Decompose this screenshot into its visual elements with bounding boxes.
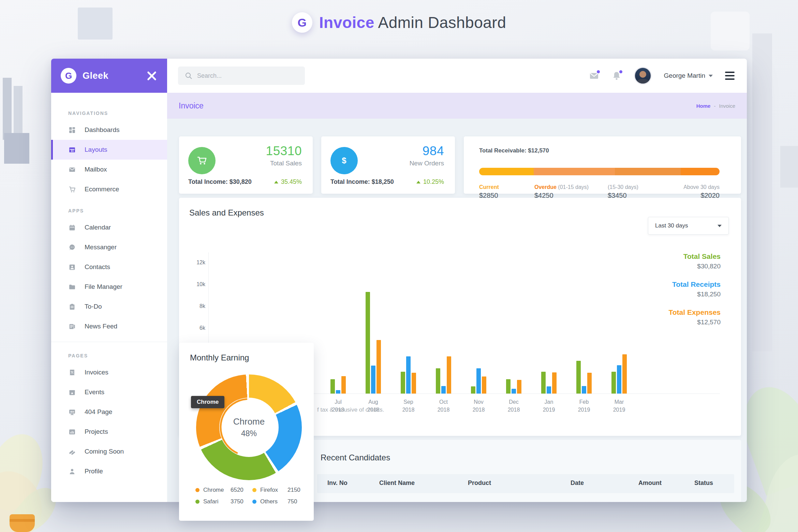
sidebar-item-file-manager[interactable]: File Manager: [51, 277, 167, 297]
avatar-head: [639, 71, 646, 78]
x-axis-label: Sep2018: [395, 398, 422, 414]
y-axis-tick: 8k: [185, 303, 205, 309]
table-column-header[interactable]: Status: [694, 479, 713, 487]
sidebar-item-profile[interactable]: Profile: [51, 461, 167, 481]
search-box[interactable]: [178, 66, 305, 85]
sidebar-item-messanger[interactable]: Messanger: [51, 237, 167, 257]
bar-total-sales[interactable]: [366, 292, 370, 394]
bar-group-jan-2019[interactable]: [541, 372, 557, 394]
bar-total-receipts[interactable]: [371, 366, 375, 394]
bar-total-expenses[interactable]: [482, 376, 486, 394]
bar-total-expenses[interactable]: [517, 380, 521, 394]
page-title-accent: Invoice: [319, 14, 374, 31]
sidebar-header: G Gleek: [51, 59, 167, 93]
bar-total-receipts[interactable]: [582, 386, 586, 394]
bar-group-sep-2018[interactable]: [401, 356, 416, 394]
messages-button[interactable]: [589, 71, 599, 81]
receivable-segment: [681, 168, 720, 175]
sidebar-item-calendar[interactable]: Calendar: [51, 218, 167, 237]
table-column-header[interactable]: Inv. No: [327, 479, 348, 487]
bar-total-sales[interactable]: [471, 386, 475, 394]
receivable-title: Total Receivable: $12,570: [479, 147, 549, 154]
bar-group-mar-2019[interactable]: [611, 354, 627, 394]
x-axis-label: Dec2018: [500, 398, 528, 414]
bar-total-receipts[interactable]: [512, 389, 516, 394]
chevron-down-icon: [709, 75, 713, 77]
sidebar-item-label: Profile: [85, 468, 103, 475]
sidebar-item-news-feed[interactable]: News Feed: [51, 316, 167, 336]
bar-total-sales[interactable]: [576, 361, 581, 394]
legend-dot-icon: [252, 488, 256, 492]
search-input[interactable]: [197, 72, 298, 79]
x-axis-label: Nov2018: [465, 398, 492, 414]
table-column-header[interactable]: Date: [571, 479, 584, 487]
bar-total-sales[interactable]: [330, 379, 335, 394]
stat-trend: 35.45%: [274, 178, 302, 186]
bar-total-sales[interactable]: [506, 379, 511, 394]
bar-total-sales[interactable]: [401, 372, 405, 394]
bar-group-nov-2018[interactable]: [471, 368, 486, 394]
chart-note: f tax & inclusive of credits.: [317, 407, 384, 413]
bar-total-expenses[interactable]: [341, 376, 346, 394]
table-column-header[interactable]: Client Name: [379, 479, 415, 487]
sidebar-item-404-page[interactable]: 404404 Page: [51, 402, 167, 422]
sidebar-item-projects[interactable]: Projects: [51, 422, 167, 442]
404-page-icon: 404: [68, 408, 76, 416]
bar-total-receipts[interactable]: [547, 386, 551, 394]
sidebar-item-ecommerce[interactable]: Ecommerce: [51, 179, 167, 199]
bar-group-dec-2018[interactable]: [506, 379, 521, 394]
receivable-segment: [615, 168, 681, 175]
bar-group-feb-2019[interactable]: [576, 361, 592, 394]
sidebar-item-label: File Manager: [85, 283, 122, 291]
dollar-icon: $: [330, 147, 358, 174]
sidebar-item-dashboards[interactable]: Dashboards: [51, 120, 167, 140]
bar-total-receipts[interactable]: [336, 390, 340, 394]
bar-total-sales[interactable]: [436, 368, 440, 394]
breadcrumb-home-link[interactable]: Home: [696, 103, 711, 109]
user-menu[interactable]: George Martin: [664, 72, 713, 79]
donut-center-value: 48%: [241, 429, 257, 438]
donut-center-label: Chrome 48%: [196, 374, 302, 480]
legend-dot-icon: [195, 500, 200, 504]
calendar-icon: [68, 224, 76, 231]
notifications-button[interactable]: [611, 71, 622, 81]
bar-total-expenses[interactable]: [587, 373, 592, 394]
sidebar-item-to-do[interactable]: To-Do: [51, 297, 167, 316]
bar-group-jul-2018[interactable]: [330, 376, 346, 394]
sidebar-item-invoices[interactable]: Invoices: [51, 363, 167, 382]
breadcrumb: Home - Invoice: [696, 103, 735, 109]
bar-total-receipts[interactable]: [476, 368, 481, 394]
menu-button[interactable]: [725, 72, 735, 80]
sidebar-item-coming-soon[interactable]: Coming Soon: [51, 442, 167, 461]
sidebar-item-events[interactable]: Events: [51, 382, 167, 402]
donut-legend-item: Firefox2150: [252, 487, 302, 493]
donut-legend-item: Chrome6520: [195, 487, 245, 493]
bar-total-sales[interactable]: [611, 372, 616, 394]
table-column-header[interactable]: Amount: [638, 479, 662, 487]
sidebar-item-contacts[interactable]: Contacts: [51, 257, 167, 277]
bar-total-expenses[interactable]: [622, 354, 627, 394]
monthly-earning-card: Monthly Earning Chrome 48% Chrome Chrome…: [179, 343, 314, 521]
bar-group-aug-2018[interactable]: [366, 292, 381, 394]
sidebar-item-label: Ecommerce: [85, 186, 119, 193]
tools-icon[interactable]: [147, 71, 157, 81]
bar-total-expenses[interactable]: [412, 373, 416, 394]
sidebar-item-layouts[interactable]: Layouts: [51, 140, 167, 160]
bar-group-oct-2018[interactable]: [436, 356, 451, 394]
sidebar-item-label: Projects: [85, 428, 108, 435]
date-range-select[interactable]: Last 30 days: [648, 217, 729, 235]
avatar[interactable]: [634, 67, 652, 85]
bar-total-receipts[interactable]: [617, 365, 621, 394]
table-column-header[interactable]: Product: [468, 479, 491, 487]
gleek-logo-icon: G: [61, 68, 76, 84]
sidebar-section-pages: PAGESInvoicesEvents404404 PageProjectsCo…: [51, 342, 167, 481]
bar-total-sales[interactable]: [541, 372, 546, 394]
coming-soon-icon: [68, 448, 76, 455]
user-name-label: George Martin: [664, 72, 705, 79]
bar-total-expenses[interactable]: [447, 356, 451, 394]
bar-total-receipts[interactable]: [406, 356, 411, 394]
bar-total-receipts[interactable]: [441, 386, 446, 394]
bar-total-expenses[interactable]: [552, 372, 557, 394]
bar-total-expenses[interactable]: [376, 340, 381, 394]
sidebar-item-mailbox[interactable]: Mailbox: [51, 160, 167, 179]
